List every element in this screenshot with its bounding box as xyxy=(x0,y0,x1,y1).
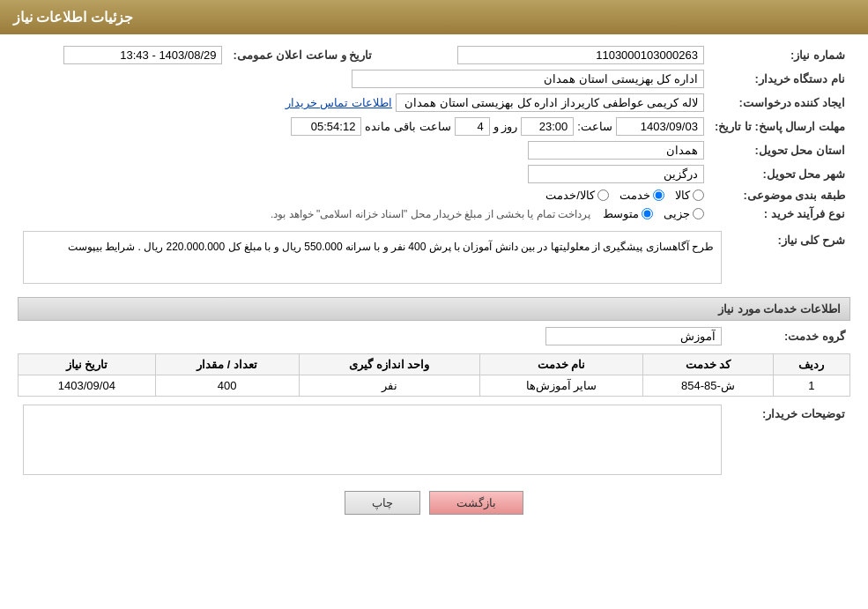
city-label: شهر محل تحویل: xyxy=(709,162,850,186)
col-date: تاریخ نیاز xyxy=(19,354,156,375)
process-option-jozei[interactable]: جزیی xyxy=(664,207,704,220)
category-label: طبقه بندی موضوعی: xyxy=(709,186,850,204)
category-kala-label: کالا xyxy=(675,189,690,202)
announce-date-value: 1403/08/29 - 13:43 xyxy=(63,46,222,64)
process-option-motavasset[interactable]: متوسط xyxy=(603,207,653,220)
main-info-table: شماره نیاز: 1103000103000263 تاریخ و ساع… xyxy=(18,43,850,223)
service-group-value: آموزش xyxy=(545,327,722,345)
buyer-org-label: نام دستگاه خریدار: xyxy=(709,67,850,91)
process-radio-jozei[interactable] xyxy=(693,208,704,219)
remaining-time-value: 05:54:12 xyxy=(291,117,361,136)
print-button[interactable]: چاپ xyxy=(345,491,420,515)
process-note: پرداخت تمام یا بخشی از مبلغ خریدار محل "… xyxy=(271,208,590,220)
buyer-notes-table: توضیحات خریدار: xyxy=(18,402,850,480)
category-khedmat-label: خدمت xyxy=(619,189,650,202)
services-data-table: ردیف کد خدمت نام خدمت واحد اندازه گیری ت… xyxy=(18,353,850,397)
service-group-table: گروه خدمت: آموزش xyxy=(18,324,850,348)
deadline-days-label: روز و xyxy=(493,120,518,133)
services-section-header: اطلاعات خدمات مورد نیاز xyxy=(18,297,850,321)
col-code: کد خدمت xyxy=(643,354,774,375)
service-group-label: گروه خدمت: xyxy=(727,324,850,348)
description-table: شرح کلی نیاز: طرح آگاهسازی پیشگیری از مع… xyxy=(18,228,850,290)
buyer-notes-label: توضیحات خریدار: xyxy=(727,402,850,480)
buyer-org-value: اداره کل بهزیستی استان همدان xyxy=(352,70,704,88)
cell-row: 1 xyxy=(773,375,849,397)
return-button[interactable]: بازگشت xyxy=(429,491,523,515)
process-label: نوع فرآیند خرید : xyxy=(709,204,850,223)
cell-count: 400 xyxy=(155,375,299,397)
creator-contact-link[interactable]: اطلاعات تماس خریدار xyxy=(286,96,392,109)
cell-unit: نفر xyxy=(299,375,479,397)
category-option-kala-khedmat[interactable]: کالا/خدمت xyxy=(545,189,609,202)
category-option-khedmat[interactable]: خدمت xyxy=(619,189,664,202)
page-title: جزئیات اطلاعات نیاز xyxy=(13,10,133,25)
category-option-kala[interactable]: کالا xyxy=(675,189,704,202)
category-radio-khedmat[interactable] xyxy=(653,189,664,201)
deadline-date-value: 1403/09/03 xyxy=(616,117,704,136)
buyer-notes-input[interactable] xyxy=(23,405,722,475)
send-deadline-label: مهلت ارسال پاسخ: تا تاریخ: xyxy=(709,115,850,138)
description-label: شرح کلی نیاز: xyxy=(727,228,850,290)
announce-date-label: تاریخ و ساعت اعلان عمومی: xyxy=(227,43,389,67)
description-text: طرح آگاهسازی پیشگیری از معلولیتها در بین… xyxy=(23,231,722,284)
col-unit: واحد اندازه گیری xyxy=(299,354,479,375)
button-row: بازگشت چاپ xyxy=(18,491,850,515)
col-row: ردیف xyxy=(773,354,849,375)
deadline-time-label: ساعت: xyxy=(577,120,612,133)
deadline-days-value: 4 xyxy=(455,117,490,136)
category-kala-khedmat-label: کالا/خدمت xyxy=(545,189,595,202)
creator-label: ایجاد کننده درخواست: xyxy=(709,91,850,115)
process-motavasset-label: متوسط xyxy=(603,207,639,220)
category-radio-group: کالا خدمت کالا/خدمت xyxy=(23,189,704,202)
province-label: استان محل تحویل: xyxy=(709,138,850,162)
province-value: همدان xyxy=(528,141,704,160)
need-number-value: 1103000103000263 xyxy=(457,46,704,64)
process-radio-motavasset[interactable] xyxy=(642,208,653,219)
creator-value: لاله کریمی عواطفی کاریرداز اداره کل بهزی… xyxy=(396,93,704,112)
process-jozei-label: جزیی xyxy=(664,207,690,220)
category-radio-kala[interactable] xyxy=(693,189,704,201)
deadline-time-value: 23:00 xyxy=(521,117,574,136)
city-value: درگزین xyxy=(528,165,704,183)
cell-code: ش-85-854 xyxy=(643,375,774,397)
process-radio-group: جزیی متوسط xyxy=(603,207,704,220)
cell-date: 1403/09/04 xyxy=(19,375,156,397)
remaining-label: ساعت باقی مانده xyxy=(365,120,450,133)
need-number-label: شماره نیاز: xyxy=(709,43,850,67)
page-header: جزئیات اطلاعات نیاز xyxy=(0,0,868,34)
col-count: تعداد / مقدار xyxy=(155,354,299,375)
col-name: نام خدمت xyxy=(479,354,642,375)
table-row: 1ش-85-854سایر آموزش‌هانفر4001403/09/04 xyxy=(19,375,850,397)
cell-name: سایر آموزش‌ها xyxy=(479,375,642,397)
category-radio-kala-khedmat[interactable] xyxy=(597,189,609,201)
